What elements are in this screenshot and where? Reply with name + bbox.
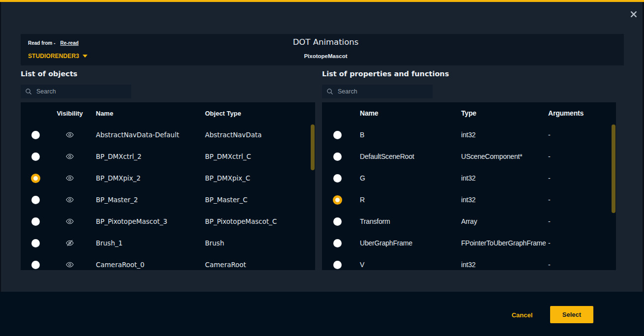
object-row[interactable]: Brush_1Brush — [21, 232, 315, 254]
dialog-subtitle: PixotopeMascot — [24, 53, 627, 59]
object-type: BP_DMXctrl_C — [199, 153, 315, 160]
object-row[interactable]: AbstractNavData-DefaultAbstractNavData — [21, 124, 315, 146]
property-arguments: - — [541, 217, 616, 225]
properties-scrollbar-thumb[interactable] — [612, 124, 615, 213]
object-name: CameraRoot_0 — [89, 261, 199, 269]
property-name: R — [352, 196, 454, 204]
property-name: B — [352, 131, 454, 139]
column-header-type: Type — [454, 109, 541, 117]
radio-button[interactable] — [31, 153, 40, 161]
radio-cell — [322, 131, 352, 139]
objects-table-header: Visibility Name Object Type — [21, 102, 315, 124]
object-type: CameraRoot — [199, 261, 315, 269]
radio-cell — [21, 239, 50, 247]
object-name: Brush_1 — [89, 239, 199, 247]
objects-search-input[interactable] — [36, 88, 120, 95]
property-row[interactable]: DefaultSceneRootUSceneComponent*- — [322, 146, 616, 167]
object-name: BP_Master_2 — [89, 196, 199, 204]
radio-cell — [21, 261, 50, 269]
visibility-off-icon — [65, 239, 74, 247]
radio-button[interactable] — [333, 153, 342, 161]
radio-button[interactable] — [31, 239, 40, 247]
radio-cell — [21, 174, 50, 183]
radio-cell — [322, 195, 352, 205]
object-row[interactable]: BP_PixotopeMascot_3BP_PixotopeMascot_C — [21, 211, 315, 232]
radio-cell — [322, 239, 352, 247]
property-name: G — [352, 174, 454, 182]
property-type: int32 — [454, 174, 541, 182]
property-row[interactable]: Rint32- — [322, 189, 616, 211]
property-row[interactable]: Vint32- — [322, 254, 616, 270]
visibility-cell — [50, 217, 89, 226]
accent-topbar — [0, 0, 644, 2]
visibility-cell — [50, 195, 89, 204]
object-type: Brush — [199, 239, 315, 247]
objects-search[interactable] — [21, 85, 131, 98]
visibility-on-icon — [65, 260, 74, 269]
property-row[interactable]: UberGraphFrameFPointerToUberGraphFrame- — [322, 232, 616, 254]
visibility-on-icon — [65, 152, 74, 161]
radio-button[interactable] — [31, 131, 40, 139]
radio-button[interactable] — [333, 239, 342, 247]
property-name: UberGraphFrame — [352, 239, 454, 247]
object-row[interactable]: BP_DMXpix_2BP_DMXpix_C — [21, 167, 315, 189]
radio-cell — [21, 153, 50, 161]
property-name: V — [352, 261, 454, 269]
radio-cell — [322, 217, 352, 226]
visibility-cell — [50, 152, 89, 161]
visibility-on-icon — [65, 130, 74, 139]
object-name: AbstractNavData-Default — [89, 131, 199, 139]
radio-button[interactable] — [333, 174, 342, 183]
radio-button[interactable] — [31, 196, 40, 204]
radio-button[interactable] — [31, 217, 40, 226]
cancel-button[interactable]: Cancel — [502, 309, 542, 321]
close-icon[interactable] — [630, 10, 638, 18]
radio-button[interactable] — [333, 131, 342, 139]
radio-button[interactable] — [31, 261, 40, 269]
property-row[interactable]: Gint32- — [322, 167, 616, 189]
radio-cell — [322, 174, 352, 183]
object-name: BP_DMXpix_2 — [89, 174, 199, 182]
object-type: BP_Master_C — [199, 196, 315, 204]
properties-panel-heading: List of properties and functions — [322, 70, 449, 78]
column-header-name: Name — [89, 110, 199, 117]
property-type: FPointerToUberGraphFrame — [454, 239, 541, 247]
visibility-on-icon — [65, 217, 74, 226]
dialog-title: DOT Animations — [24, 37, 627, 47]
visibility-cell — [50, 239, 89, 247]
radio-cell — [21, 196, 50, 204]
visibility-on-icon — [65, 195, 74, 204]
select-button[interactable]: Select — [550, 306, 593, 323]
object-type: BP_PixotopeMascot_C — [199, 217, 315, 225]
object-row[interactable]: BP_DMXctrl_2BP_DMXctrl_C — [21, 146, 315, 167]
object-row[interactable]: BP_Master_2BP_Master_C — [21, 189, 315, 211]
radio-button-selected[interactable] — [333, 195, 342, 205]
property-arguments: - — [541, 196, 616, 204]
property-row[interactable]: TransformArray- — [322, 211, 616, 232]
object-type: AbstractNavData — [199, 131, 315, 139]
header-panel: Read from -Re-read STUDIORENDER3 DOT Ani… — [21, 34, 624, 65]
objects-scrollbar-thumb[interactable] — [311, 124, 315, 170]
object-row[interactable]: CameraRoot_0CameraRoot — [21, 254, 315, 270]
column-header-visibility: Visibility — [50, 110, 89, 117]
property-type: Array — [454, 217, 541, 225]
property-type: USceneComponent* — [454, 153, 541, 160]
radio-button[interactable] — [333, 217, 342, 226]
footer-bar: Cancel Select — [0, 292, 644, 336]
visibility-cell — [50, 174, 89, 183]
column-header-object-type: Object Type — [199, 110, 315, 117]
properties-search[interactable] — [322, 85, 433, 98]
property-type: int32 — [454, 261, 541, 269]
radio-button-selected[interactable] — [31, 174, 40, 183]
property-arguments: - — [541, 174, 616, 182]
property-arguments: - — [541, 239, 616, 247]
visibility-on-icon — [65, 174, 74, 183]
property-row[interactable]: Bint32- — [322, 124, 616, 146]
radio-cell — [322, 153, 352, 161]
properties-table: Name Type Arguments Bint32-DefaultSceneR… — [322, 102, 616, 270]
window-edge-left — [0, 2, 1, 336]
column-header-arguments: Arguments — [541, 109, 616, 117]
property-type: int32 — [454, 131, 541, 139]
properties-search-input[interactable] — [338, 88, 421, 95]
radio-button[interactable] — [333, 261, 342, 269]
